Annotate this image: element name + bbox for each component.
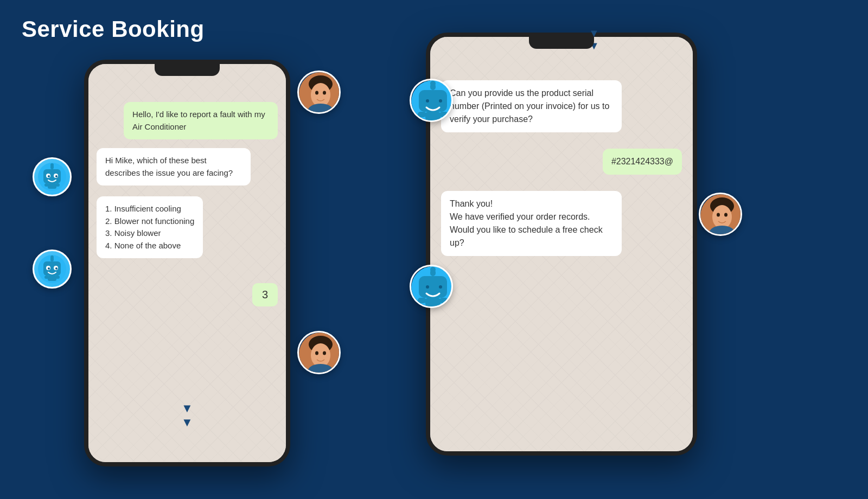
svg-point-30: [311, 343, 330, 367]
svg-rect-20: [44, 276, 49, 279]
bot-bubble-list: 1. Insufficient cooling 2. Blower not fu…: [97, 196, 203, 258]
right-phone-notch: [529, 37, 594, 49]
right-chat-area: Can you provide us the product serial nu…: [430, 53, 693, 451]
user-bubble-1: Hello, I'd like to report a fault with m…: [124, 102, 278, 139]
left-scroll-arrow: ▼▼: [181, 401, 193, 430]
svg-point-49: [724, 213, 727, 217]
svg-point-7: [55, 175, 58, 177]
bot-avatar-left-2: [33, 250, 72, 289]
svg-rect-43: [418, 112, 426, 117]
svg-point-32: [323, 351, 326, 355]
svg-point-31: [315, 351, 318, 355]
svg-point-47: [712, 205, 732, 229]
left-phone-screen: Hello, I'd like to report a fault with m…: [88, 64, 286, 462]
svg-point-53: [430, 267, 436, 272]
svg-point-36: [430, 81, 436, 86]
svg-point-17: [48, 267, 50, 270]
list-item-4: 4. None of the above: [105, 240, 194, 252]
svg-point-18: [55, 267, 58, 270]
svg-point-57: [426, 285, 429, 289]
right-phone-screen: Can you provide us the product serial nu…: [430, 37, 693, 451]
list-item-3: 3. Noisy blower: [105, 227, 194, 240]
svg-rect-19: [48, 276, 56, 281]
svg-point-24: [311, 83, 330, 107]
svg-rect-37: [419, 90, 447, 112]
bot-avatar-right-bottom: [410, 265, 453, 308]
user-avatar-right: [699, 193, 742, 236]
user-serial-reply: #2321424333@: [603, 149, 682, 175]
svg-point-58: [439, 285, 442, 289]
user-avatar-left-top: [297, 71, 341, 114]
list-item-1: 1. Insufficient cooling: [105, 203, 194, 215]
svg-rect-9: [44, 183, 49, 187]
svg-rect-59: [425, 298, 441, 306]
bot-bubble-1: Hi Mike, which of these best describes t…: [97, 148, 251, 185]
svg-rect-42: [425, 112, 441, 120]
svg-rect-54: [419, 276, 447, 298]
svg-rect-10: [55, 183, 60, 187]
page-title: Service Booking: [22, 16, 205, 42]
svg-rect-21: [55, 276, 60, 279]
left-phone: Hello, I'd like to report a fault with m…: [84, 60, 290, 466]
right-phone: Can you provide us the product serial nu…: [426, 33, 697, 456]
svg-rect-8: [48, 183, 56, 189]
svg-point-2: [50, 163, 54, 167]
phone-notch: [155, 64, 220, 76]
bot-avatar-left-1: [33, 157, 72, 196]
user-avatar-left-bottom: [297, 331, 341, 374]
svg-rect-60: [418, 298, 426, 303]
bot-thankyou: Thank you! We have verified your order r…: [441, 191, 622, 256]
user-reply-badge: 3: [252, 283, 278, 306]
svg-point-26: [323, 91, 326, 95]
svg-point-40: [426, 99, 429, 103]
list-item-2: 2. Blower not functioning: [105, 215, 194, 228]
bot-serial-request: Can you provide us the product serial nu…: [441, 80, 622, 132]
svg-point-25: [315, 91, 318, 95]
svg-point-41: [439, 99, 442, 103]
svg-point-48: [717, 213, 720, 217]
svg-point-6: [48, 175, 50, 177]
bot-avatar-right-top: [410, 79, 453, 122]
svg-point-13: [50, 255, 54, 259]
